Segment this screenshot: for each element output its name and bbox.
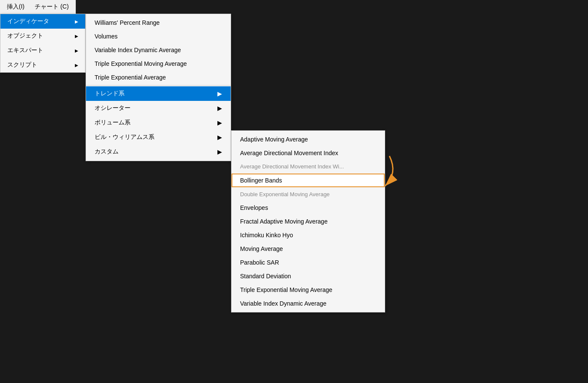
submenu-arrow-indicator: ▶ — [75, 19, 78, 24]
submenu-arrow-script: ▶ — [75, 63, 78, 68]
submenu-arrow-expert: ▶ — [75, 48, 78, 53]
l2-vida[interactable]: Variable Index Dynamic Average — [86, 43, 231, 57]
dropdown-l1: インディケータ ▶ オブジェクト ▶ エキスパート ▶ スクリプト ▶ — [0, 14, 86, 73]
menu-insert[interactable]: 挿入(I) — [2, 0, 30, 13]
l3-stddev[interactable]: Standard Deviation — [232, 269, 385, 283]
l2-tea[interactable]: Triple Exponential Average — [86, 71, 231, 84]
l2-tema[interactable]: Triple Exponential Moving Average — [86, 57, 231, 71]
l2-williams[interactable]: Williams' Percent Range — [86, 16, 231, 29]
l3-bb[interactable]: Bollinger Bands — [232, 174, 385, 187]
l3-fama[interactable]: Fractal Adaptive Moving Average — [232, 215, 385, 228]
l3-tema2[interactable]: Triple Exponential Moving Average — [232, 283, 385, 297]
submenu-arrow-object: ▶ — [75, 34, 78, 38]
l3-ama[interactable]: Adaptive Moving Average — [232, 133, 385, 146]
submenu-arrow-trend: ▶ — [217, 90, 222, 97]
dropdown-l2: Williams' Percent Range Volumes Variable… — [86, 14, 231, 161]
submenu-arrow-volume: ▶ — [217, 119, 222, 126]
l3-sar[interactable]: Parabolic SAR — [232, 256, 385, 269]
l3-vida2[interactable]: Variable Index Dynamic Average — [232, 297, 385, 310]
l2-separator — [86, 85, 231, 85]
submenu-arrow-oscillator: ▶ — [217, 105, 222, 112]
l2-volume[interactable]: ボリューム系 ▶ — [86, 115, 231, 130]
l2-trend[interactable]: トレンド系 ▶ — [86, 86, 231, 101]
l2-bill[interactable]: ビル・ウィリアムス系 ▶ — [86, 130, 231, 144]
dropdown-l3: Adaptive Moving Average Average Directio… — [231, 130, 385, 312]
l2-custom[interactable]: カスタム ▶ — [86, 144, 231, 159]
l3-ichimoku[interactable]: Ichimoku Kinko Hyo — [232, 228, 385, 242]
menu-chart[interactable]: チャート (C) — [30, 0, 74, 13]
l3-ma[interactable]: Moving Average — [232, 242, 385, 256]
l3-dema[interactable]: Double Exponential Moving Average — [232, 188, 385, 201]
submenu-arrow-custom: ▶ — [217, 148, 222, 155]
l2-oscillator[interactable]: オシレーター ▶ — [86, 101, 231, 115]
submenu-arrow-bill: ▶ — [217, 134, 222, 141]
l3-envelopes[interactable]: Envelopes — [232, 201, 385, 215]
l1-indicator[interactable]: インディケータ ▶ — [0, 14, 85, 29]
l1-object[interactable]: オブジェクト ▶ — [0, 29, 85, 43]
l1-expert[interactable]: エキスパート ▶ — [0, 43, 85, 58]
l3-admiw[interactable]: Average Directional Movement Index Wi... — [232, 160, 385, 173]
menu-bar: 挿入(I) チャート (C) — [0, 0, 76, 14]
l2-volumes[interactable]: Volumes — [86, 29, 231, 43]
l3-admi[interactable]: Average Directional Movement Index — [232, 146, 385, 160]
l1-script[interactable]: スクリプト ▶ — [0, 58, 85, 72]
